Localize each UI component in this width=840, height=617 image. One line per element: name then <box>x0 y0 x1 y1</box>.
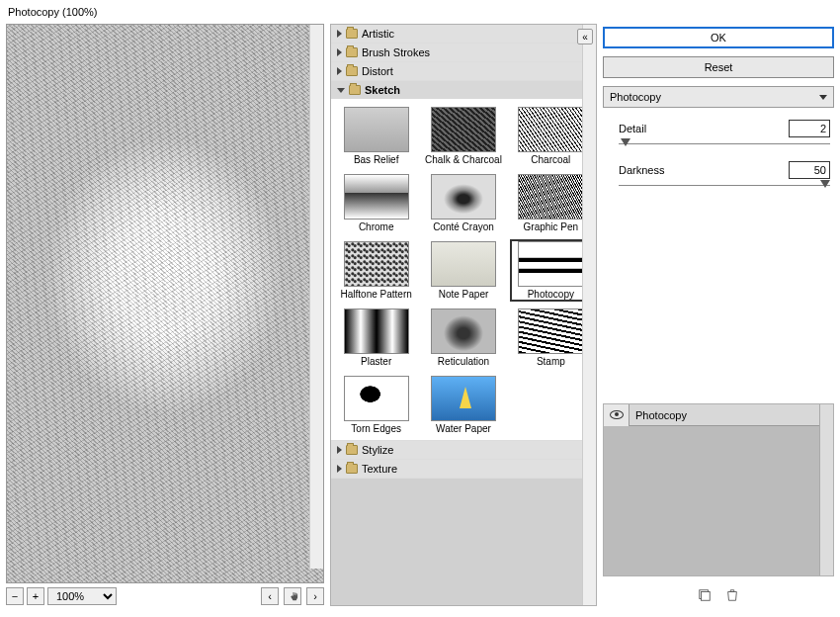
visibility-toggle[interactable] <box>604 404 630 426</box>
thumb-preview <box>518 241 583 287</box>
preview-scrollbar-vertical[interactable] <box>309 25 323 569</box>
filter-thumb-reticulation[interactable]: Reticulation <box>422 307 504 369</box>
thumb-label: Reticulation <box>438 356 489 367</box>
effect-layers-panel: Photocopy <box>603 403 834 576</box>
folder-icon <box>346 29 358 39</box>
thumb-label: Water Paper <box>436 423 491 434</box>
thumb-preview <box>344 308 409 354</box>
thumb-label: Plaster <box>361 356 391 367</box>
filter-thumb-water-paper[interactable]: Water Paper <box>422 374 504 436</box>
folder-icon <box>346 464 358 474</box>
preview-image-area[interactable] <box>6 24 324 583</box>
zoom-select[interactable]: 100% <box>47 587 117 605</box>
filter-thumb-note-paper[interactable]: Note Paper <box>422 239 504 302</box>
prev-button[interactable]: ‹ <box>261 587 279 605</box>
filter-thumb-bas-relief[interactable]: Bas Relief <box>335 105 417 167</box>
thumb-label: Note Paper <box>439 289 489 300</box>
category-artistic[interactable]: Artistic <box>331 25 596 43</box>
filter-thumb-chrome[interactable]: Chrome <box>335 172 417 234</box>
thumb-preview <box>431 308 496 354</box>
darkness-label: Darkness <box>619 164 664 176</box>
hand-tool-button[interactable] <box>284 587 301 605</box>
filter-gallery: « Artistic Brush Strokes Distort Sketch … <box>330 24 597 606</box>
category-label: Stylize <box>362 444 393 456</box>
layers-scrollbar[interactable] <box>819 404 833 575</box>
slider-thumb-icon[interactable] <box>820 180 830 188</box>
reset-button[interactable]: Reset <box>603 56 834 78</box>
darkness-slider[interactable] <box>619 183 830 189</box>
collapse-gallery-button[interactable]: « <box>577 29 593 44</box>
detail-input[interactable] <box>789 120 830 137</box>
thumb-preview <box>344 174 409 220</box>
thumb-label: Photocopy <box>528 289 574 300</box>
slider-thumb-icon[interactable] <box>621 138 630 146</box>
filter-thumb-chalk-charcoal[interactable]: Chalk & Charcoal <box>422 105 504 167</box>
ok-button[interactable]: OK <box>603 27 834 48</box>
thumb-label: Chalk & Charcoal <box>425 154 502 165</box>
filter-thumb-stamp[interactable]: Stamp <box>510 307 592 369</box>
thumb-preview <box>518 107 583 152</box>
thumb-label: Chrome <box>359 221 394 232</box>
thumb-label: Charcoal <box>531 154 570 165</box>
controls-panel: OK Reset Photocopy Detail Darkness <box>603 24 834 606</box>
filter-name-dropdown[interactable]: Photocopy <box>603 86 834 108</box>
eye-icon <box>610 410 624 419</box>
gallery-empty-area <box>331 479 596 605</box>
detail-slider[interactable] <box>619 141 830 147</box>
filter-thumb-plaster[interactable]: Plaster <box>335 307 417 369</box>
category-brush-strokes[interactable]: Brush Strokes <box>331 44 596 61</box>
thumb-preview <box>518 174 583 220</box>
zoom-out-button[interactable]: − <box>6 587 24 605</box>
category-label: Brush Strokes <box>362 46 430 58</box>
triangle-right-icon <box>337 30 342 38</box>
filter-thumb-photocopy[interactable]: Photocopy <box>510 239 592 302</box>
category-distort[interactable]: Distort <box>331 62 596 80</box>
filter-name-label: Photocopy <box>610 91 661 103</box>
triangle-right-icon <box>337 48 342 56</box>
next-button[interactable]: › <box>306 587 324 605</box>
new-effect-layer-button[interactable] <box>698 588 712 602</box>
thumb-preview <box>431 241 496 287</box>
thumb-preview <box>431 174 496 220</box>
category-label: Texture <box>362 463 397 475</box>
hand-icon <box>288 591 298 602</box>
detail-label: Detail <box>619 123 646 134</box>
filter-thumb-torn-edges[interactable]: Torn Edges <box>335 374 417 436</box>
chevron-left-icon: « <box>582 32 588 43</box>
preview-panel: − + 100% ‹ › <box>6 24 324 606</box>
triangle-down-icon <box>337 88 345 93</box>
thumb-preview <box>431 376 496 421</box>
thumb-label: Halftone Pattern <box>341 289 412 300</box>
folder-icon <box>346 66 358 76</box>
thumb-preview <box>518 308 583 354</box>
gallery-scrollbar[interactable] <box>582 25 596 605</box>
thumb-label: Bas Relief <box>354 154 399 165</box>
thumb-preview <box>344 241 409 287</box>
preview-image <box>7 25 323 582</box>
triangle-right-icon <box>337 465 342 473</box>
zoom-in-button[interactable]: + <box>27 587 44 605</box>
category-label: Artistic <box>362 28 394 40</box>
delete-effect-layer-button[interactable] <box>725 588 739 602</box>
category-label: Distort <box>362 65 393 77</box>
filter-thumb-cont-crayon[interactable]: Conté Crayon <box>422 172 504 234</box>
thumb-label: Torn Edges <box>351 423 401 434</box>
filter-thumb-halftone-pattern[interactable]: Halftone Pattern <box>335 239 417 302</box>
folder-icon <box>349 85 361 95</box>
thumb-label: Stamp <box>537 356 565 367</box>
filter-thumb-charcoal[interactable]: Charcoal <box>510 105 592 167</box>
window-title: Photocopy (100%) <box>8 6 98 18</box>
thumb-preview <box>344 376 409 421</box>
category-sketch[interactable]: Sketch <box>331 81 596 99</box>
filter-thumb-graphic-pen[interactable]: Graphic Pen <box>510 172 592 234</box>
darkness-input[interactable] <box>789 161 830 179</box>
category-label: Sketch <box>365 84 400 96</box>
triangle-right-icon <box>337 67 342 75</box>
category-texture[interactable]: Texture <box>331 460 596 478</box>
folder-icon <box>346 445 358 455</box>
thumb-label: Conté Crayon <box>433 221 494 232</box>
thumb-preview <box>431 107 496 152</box>
layer-row[interactable]: Photocopy <box>604 404 833 426</box>
layer-label: Photocopy <box>630 409 687 421</box>
category-stylize[interactable]: Stylize <box>331 441 596 459</box>
